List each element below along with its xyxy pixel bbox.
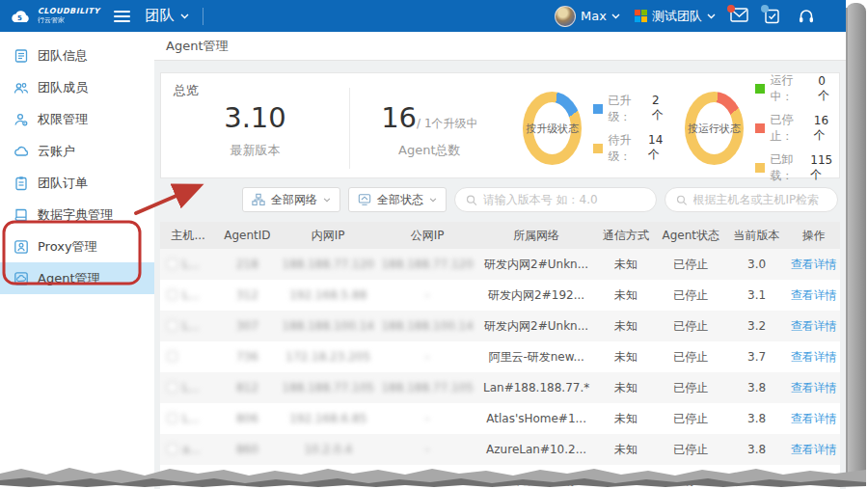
- sidebar-item-label: 团队信息: [38, 47, 88, 65]
- network: AzureLan#10.2...: [476, 434, 596, 465]
- agent-status: 已停止: [656, 249, 725, 280]
- row-checkbox[interactable]: [167, 475, 177, 485]
- torn-edge-right: [846, 3, 866, 480]
- current-version: 3.0: [725, 465, 787, 489]
- table-row[interactable]: L... 218 188.188.77.120 188.188.77.120 研…: [160, 249, 840, 280]
- svg-text:5: 5: [17, 14, 22, 22]
- agent-total-stat: 16/ 1个升级中 Agent总数: [350, 101, 509, 159]
- view-details-link[interactable]: 查看详情: [791, 288, 837, 302]
- legend-label: 已停止：: [770, 112, 808, 145]
- column-header: 所属网络: [476, 222, 596, 249]
- view-details-link[interactable]: 查看详情: [791, 412, 837, 425]
- messages-button[interactable]: [730, 8, 749, 25]
- agent-id: 736: [216, 341, 278, 372]
- sidebar-item-label: 团队订单: [38, 175, 88, 192]
- tasks-button[interactable]: [764, 8, 783, 25]
- agent-table: 主机...AgentID内网IP公网IP所属网络通信方式Agent状态当前版本操…: [160, 222, 840, 489]
- sidebar-item[interactable]: 团队信息: [0, 40, 154, 71]
- chevron-down-icon: [323, 198, 331, 203]
- legend-label: 运行中：: [770, 72, 813, 105]
- sidebar-item-icon: [14, 112, 29, 127]
- legend-item: 待升级： 14 个: [593, 132, 670, 165]
- host-search-input[interactable]: [693, 193, 827, 206]
- scope-switcher[interactable]: 团队: [146, 7, 189, 25]
- upgrade-status-chart: 按升级状态 已升级： 2 个 待升级： 14 个: [523, 92, 671, 165]
- legend-swatch: [755, 123, 765, 133]
- user-menu[interactable]: Max: [555, 6, 620, 27]
- network-filter-dropdown[interactable]: 全部网络: [242, 187, 340, 212]
- filter-bar: 全部网络 全部状态: [154, 187, 838, 212]
- current-version: 3.7: [725, 341, 787, 372]
- sidebar-item[interactable]: 数据字典管理: [0, 199, 154, 231]
- legend-swatch: [755, 84, 765, 94]
- sidebar-item-icon: [14, 207, 29, 223]
- status-filter-dropdown[interactable]: 全部状态: [348, 187, 447, 212]
- sidebar-item[interactable]: 权限管理: [0, 103, 154, 135]
- comm-mode: 未知: [596, 372, 656, 403]
- table-row[interactable]: L... 307 188.188.100.14 188.188.100.14 研…: [160, 311, 840, 341]
- view-details-link[interactable]: 查看详情: [791, 443, 837, 456]
- sidebar-item[interactable]: Proxy管理: [0, 231, 154, 262]
- column-header: AgentID: [216, 222, 278, 249]
- brand-logo[interactable]: 5 CLOUDBILITY 行云管家: [10, 8, 100, 25]
- view-details-link[interactable]: 查看详情: [791, 381, 837, 394]
- sidebar-item[interactable]: 云账户: [0, 135, 154, 167]
- upgrade-donut: 按升级状态: [523, 92, 583, 165]
- view-details-link[interactable]: 查看详情: [791, 319, 837, 333]
- comm-mode: 未知: [596, 280, 656, 311]
- host-name: f...: [182, 474, 197, 487]
- status-filter-value: 全部状态: [377, 192, 423, 208]
- run-status-chart: 按运行状态 运行中： 0 个 已停止： 16 个: [685, 72, 839, 184]
- agent-total-suffix: / 1个升级中: [417, 117, 478, 130]
- table-row[interactable]: 736 172.18.23.205 - 阿里云-研发new... 未知 已停止 …: [160, 341, 840, 372]
- agent-total-value: 16: [381, 101, 417, 134]
- row-checkbox[interactable]: [167, 258, 177, 269]
- host-name: L...: [182, 381, 200, 394]
- view-details-link[interactable]: 查看详情: [791, 474, 837, 487]
- menu-icon[interactable]: [114, 8, 130, 25]
- wan-ip: 188.188.100.14: [378, 311, 476, 341]
- chevron-down-icon: [180, 14, 189, 19]
- sidebar-item-label: 权限管理: [38, 111, 88, 128]
- team-menu[interactable]: 测试团队: [635, 8, 716, 25]
- version-search-input[interactable]: [483, 193, 645, 206]
- legend-item: 运行中： 0 个: [755, 72, 839, 105]
- view-details-link[interactable]: 查看详情: [791, 350, 837, 364]
- table-row[interactable]: a... 860 10.2.0.4 - AzureLan#10.2... 未知 …: [160, 434, 840, 465]
- row-checkbox[interactable]: [167, 444, 177, 454]
- legend-value: 2 个: [652, 94, 671, 123]
- table-row[interactable]: L... 806 192.168.6.85 - Atlas'sHome#1...…: [160, 403, 840, 434]
- sidebar-item[interactable]: 团队成员: [0, 71, 154, 103]
- row-checkbox[interactable]: [167, 351, 177, 362]
- sidebar-item-icon: [14, 48, 29, 64]
- lan-ip: 188.188.77.105: [279, 372, 378, 403]
- legend-swatch: [593, 144, 603, 153]
- sidebar-item-icon: [14, 144, 29, 159]
- latest-version-value: 3.10: [224, 101, 286, 134]
- agent-id: 312: [216, 280, 278, 311]
- row-checkbox[interactable]: [167, 382, 177, 393]
- view-details-link[interactable]: 查看详情: [791, 258, 837, 271]
- legend-item: 已升级： 2 个: [593, 93, 670, 125]
- table-row[interactable]: f... 847 172.17.114.104 - 阿里云研发#专有... 未知…: [160, 465, 840, 489]
- agent-status: 已停止: [656, 403, 725, 434]
- screenshot-canvas: 5 CLOUDBILITY 行云管家 团队 Max: [0, 0, 868, 489]
- table-row[interactable]: L... 812 188.188.77.105 188.188.77.105 L…: [160, 372, 840, 403]
- row-checkbox[interactable]: [167, 413, 177, 423]
- legend-item: 已卸载： 115 个: [755, 151, 839, 184]
- sidebar-item[interactable]: 团队订单: [0, 167, 154, 199]
- network: Lan#188.188.77.*: [476, 372, 596, 403]
- sidebar-item-icon: [14, 239, 29, 255]
- network: 研发内网2#Unkn...: [476, 311, 596, 341]
- main-panel: Agent管理 总览 3.10 最新版本 16/ 1个升级中 Agent总数 按…: [154, 32, 846, 489]
- support-button[interactable]: [798, 8, 817, 25]
- table-row[interactable]: L... 312 192.168.5.88 - 研发内网2#192... 未知 …: [160, 280, 840, 311]
- network-filter-value: 全部网络: [271, 192, 317, 208]
- wan-ip: -: [378, 403, 476, 434]
- sidebar-item[interactable]: Agent管理: [0, 262, 154, 294]
- brand-subtitle: 行云管家: [38, 17, 100, 24]
- lan-ip: 172.18.23.205: [279, 341, 378, 372]
- chevron-down-icon: [611, 14, 620, 19]
- row-checkbox[interactable]: [167, 320, 177, 331]
- row-checkbox[interactable]: [167, 289, 177, 300]
